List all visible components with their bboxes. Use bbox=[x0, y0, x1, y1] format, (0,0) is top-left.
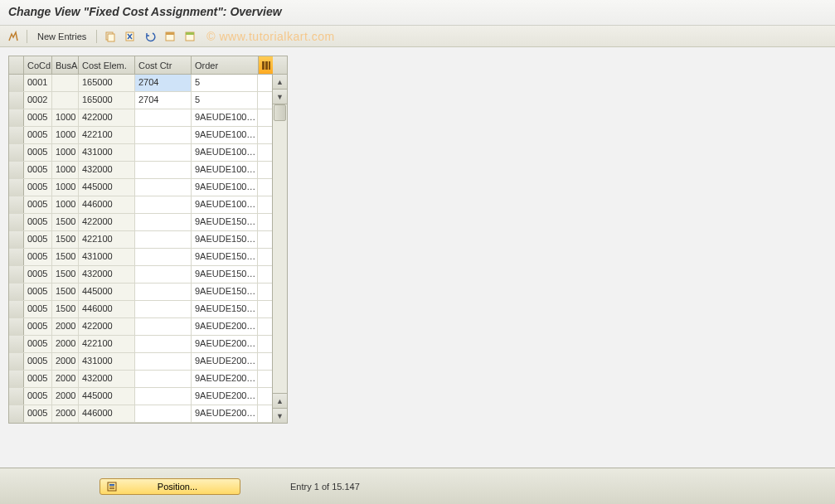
cell-busa[interactable] bbox=[52, 75, 79, 91]
cell-cost_ctr[interactable]: 2704 bbox=[135, 75, 192, 91]
cell-cost_elem[interactable]: 422000 bbox=[79, 214, 135, 230]
scroll-track[interactable] bbox=[273, 104, 287, 393]
cell-busa[interactable]: 1500 bbox=[52, 284, 79, 300]
cell-cocd[interactable]: 0002 bbox=[24, 92, 52, 109]
cell-cost_elem[interactable]: 431000 bbox=[79, 249, 135, 265]
row-selector[interactable] bbox=[9, 284, 24, 300]
col-header-cost-elem[interactable]: Cost Elem. bbox=[79, 56, 135, 74]
cell-order[interactable]: 9AEUDE150… bbox=[192, 284, 258, 300]
cell-cost_ctr[interactable] bbox=[135, 144, 192, 161]
cell-cocd[interactable]: 0005 bbox=[24, 353, 52, 370]
cell-cost_ctr[interactable] bbox=[135, 214, 192, 230]
cell-cocd[interactable]: 0005 bbox=[24, 284, 52, 300]
scroll-down-icon[interactable]: ▼ bbox=[273, 90, 287, 104]
row-selector[interactable] bbox=[9, 127, 24, 143]
cell-busa[interactable] bbox=[52, 92, 79, 109]
cell-order[interactable]: 9AEUDE100… bbox=[192, 109, 258, 126]
row-selector[interactable] bbox=[9, 144, 24, 161]
cell-cost_elem[interactable]: 422000 bbox=[79, 318, 135, 335]
cell-order[interactable]: 9AEUDE100… bbox=[192, 179, 258, 196]
cell-busa[interactable]: 2000 bbox=[52, 353, 79, 370]
cell-order[interactable]: 9AEUDE150… bbox=[192, 249, 258, 265]
cell-cocd[interactable]: 0001 bbox=[24, 75, 52, 91]
cell-cost_elem[interactable]: 431000 bbox=[79, 144, 135, 161]
cell-order[interactable]: 5 bbox=[192, 75, 258, 91]
cell-cocd[interactable]: 0005 bbox=[24, 249, 52, 265]
cell-cocd[interactable]: 0005 bbox=[24, 214, 52, 230]
cell-cost_ctr[interactable] bbox=[135, 405, 192, 422]
table-config-icon[interactable] bbox=[258, 56, 273, 74]
row-selector[interactable] bbox=[9, 214, 24, 230]
cell-cost_elem[interactable]: 165000 bbox=[79, 92, 135, 109]
row-selector[interactable] bbox=[9, 109, 24, 126]
cell-order[interactable]: 9AEUDE100… bbox=[192, 144, 258, 161]
cell-order[interactable]: 9AEUDE200… bbox=[192, 336, 258, 352]
scroll-up-bottom-icon[interactable]: ▲ bbox=[273, 393, 287, 408]
cell-cost_elem[interactable]: 422000 bbox=[79, 109, 135, 126]
row-selector[interactable] bbox=[9, 179, 24, 196]
cell-cost_elem[interactable]: 445000 bbox=[79, 179, 135, 196]
cell-cost_elem[interactable]: 432000 bbox=[79, 162, 135, 178]
cell-busa[interactable]: 2000 bbox=[52, 371, 79, 387]
cell-busa[interactable]: 2000 bbox=[52, 318, 79, 335]
row-selector[interactable] bbox=[9, 75, 24, 91]
cell-cocd[interactable]: 0005 bbox=[24, 109, 52, 126]
cell-cocd[interactable]: 0005 bbox=[24, 266, 52, 283]
cell-cocd[interactable]: 0005 bbox=[24, 336, 52, 352]
cell-order[interactable]: 9AEUDE200… bbox=[192, 318, 258, 335]
cell-cost_ctr[interactable] bbox=[135, 336, 192, 352]
new-entries-button[interactable]: New Entries bbox=[32, 29, 91, 44]
row-selector[interactable] bbox=[9, 405, 24, 422]
row-selector[interactable] bbox=[9, 336, 24, 352]
cell-cocd[interactable]: 0005 bbox=[24, 318, 52, 335]
cell-cocd[interactable]: 0005 bbox=[24, 144, 52, 161]
cell-busa[interactable]: 1500 bbox=[52, 249, 79, 265]
cell-busa[interactable]: 2000 bbox=[52, 388, 79, 405]
cell-cost_elem[interactable]: 431000 bbox=[79, 353, 135, 370]
deselect-all-icon[interactable] bbox=[182, 29, 198, 44]
vertical-scrollbar[interactable]: ▲ ▼ ▲ ▼ bbox=[272, 75, 287, 423]
cell-cost_ctr[interactable] bbox=[135, 196, 192, 213]
cell-cost_elem[interactable]: 432000 bbox=[79, 371, 135, 387]
cell-busa[interactable]: 1000 bbox=[52, 127, 79, 143]
cell-cost_elem[interactable]: 422100 bbox=[79, 231, 135, 248]
cell-cocd[interactable]: 0005 bbox=[24, 301, 52, 317]
cell-cost_ctr[interactable] bbox=[135, 109, 192, 126]
cell-cost_ctr[interactable] bbox=[135, 284, 192, 300]
cell-cost_elem[interactable]: 445000 bbox=[79, 284, 135, 300]
delete-icon[interactable] bbox=[122, 29, 138, 44]
cell-cost_elem[interactable]: 446000 bbox=[79, 301, 135, 317]
cell-order[interactable]: 9AEUDE200… bbox=[192, 388, 258, 405]
row-selector[interactable] bbox=[9, 231, 24, 248]
cell-cost_elem[interactable]: 446000 bbox=[79, 196, 135, 213]
cell-busa[interactable]: 1000 bbox=[52, 109, 79, 126]
col-header-cocd[interactable]: CoCd bbox=[24, 56, 52, 74]
cell-busa[interactable]: 1000 bbox=[52, 162, 79, 178]
cell-cocd[interactable]: 0005 bbox=[24, 196, 52, 213]
row-selector[interactable] bbox=[9, 196, 24, 213]
cell-busa[interactable]: 1500 bbox=[52, 301, 79, 317]
row-selector[interactable] bbox=[9, 162, 24, 178]
cell-order[interactable]: 9AEUDE200… bbox=[192, 405, 258, 422]
cell-order[interactable]: 9AEUDE200… bbox=[192, 371, 258, 387]
cell-cost_elem[interactable]: 422100 bbox=[79, 127, 135, 143]
row-selector[interactable] bbox=[9, 301, 24, 317]
cell-cocd[interactable]: 0005 bbox=[24, 231, 52, 248]
cell-busa[interactable]: 1000 bbox=[52, 144, 79, 161]
col-header-busa[interactable]: BusA bbox=[52, 56, 79, 74]
scroll-down-bottom-icon[interactable]: ▼ bbox=[273, 408, 287, 423]
scroll-thumb[interactable] bbox=[274, 104, 286, 121]
cell-order[interactable]: 9AEUDE100… bbox=[192, 196, 258, 213]
cell-cost_ctr[interactable] bbox=[135, 127, 192, 143]
position-button[interactable]: Position... bbox=[100, 478, 240, 495]
cell-cost_ctr[interactable] bbox=[135, 371, 192, 387]
cell-busa[interactable]: 1500 bbox=[52, 266, 79, 283]
col-header-cost-ctr[interactable]: Cost Ctr bbox=[135, 56, 192, 74]
cell-order[interactable]: 9AEUDE150… bbox=[192, 214, 258, 230]
cell-busa[interactable]: 2000 bbox=[52, 336, 79, 352]
select-all-icon[interactable] bbox=[162, 29, 178, 44]
scroll-up-icon[interactable]: ▲ bbox=[273, 75, 287, 90]
cell-cost_ctr[interactable] bbox=[135, 179, 192, 196]
cell-busa[interactable]: 1000 bbox=[52, 196, 79, 213]
cell-busa[interactable]: 1000 bbox=[52, 179, 79, 196]
